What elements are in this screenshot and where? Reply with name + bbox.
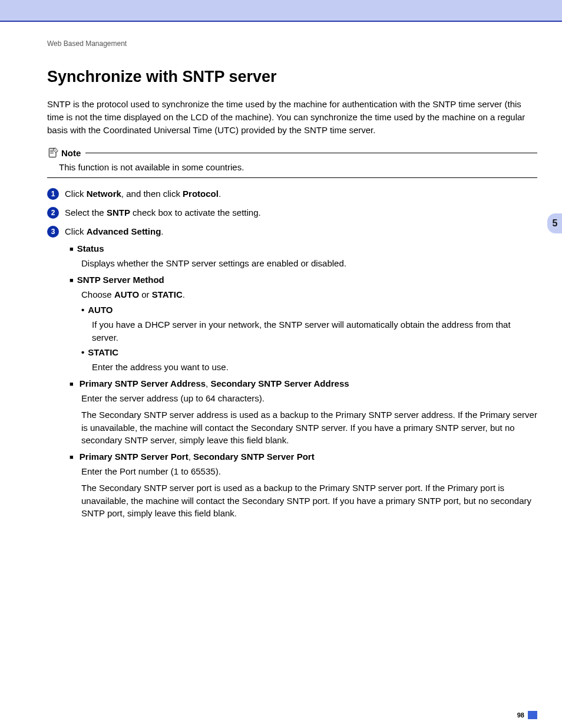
step-bullet-1: 1: [47, 188, 59, 200]
page-title: Synchronize with SNTP server: [47, 68, 537, 86]
opt-static: STATIC Enter the address you want to use…: [81, 347, 537, 374]
note-icon: [47, 147, 59, 159]
bold: Secondary SNTP Server Port: [193, 452, 315, 462]
page-body: Web Based Management Synchronize with SN…: [0, 22, 562, 728]
page-number-value: 98: [517, 711, 524, 719]
heading-status: Status: [70, 243, 537, 253]
heading-static: STATIC: [81, 347, 537, 357]
item-port: Primary SNTP Server Port, Secondary SNTP…: [70, 452, 537, 520]
body-status: Displays whether the SNTP server setting…: [81, 257, 537, 270]
text: .: [219, 189, 221, 199]
text: Click: [65, 226, 87, 236]
body-port-2: The Secondary SNTP server port is used a…: [81, 482, 537, 520]
bold: Primary SNTP Server Address: [80, 378, 206, 388]
item-method: SNTP Server Method Choose AUTO or STATIC…: [70, 275, 537, 374]
text: or: [139, 289, 152, 299]
body-port-1: Enter the Port number (1 to 65535).: [81, 465, 537, 478]
text: , and then click: [121, 189, 183, 199]
enumeration-block: Status Displays whether the SNTP server …: [70, 243, 537, 520]
note-header: Note: [47, 147, 537, 159]
heading-method: SNTP Server Method: [70, 275, 537, 285]
step-2: 2 Select the SNTP check box to activate …: [47, 206, 537, 219]
text: .: [183, 289, 185, 299]
bold: Primary SNTP Server Port: [80, 452, 189, 462]
intro-paragraph: SNTP is the protocol used to synchronize…: [47, 98, 537, 136]
heading-port: Primary SNTP Server Port, Secondary SNTP…: [70, 452, 537, 462]
note-top-rule: [85, 153, 537, 153]
item-address: Primary SNTP Server Address, Secondary S…: [70, 378, 537, 447]
step-1: 1 Click Network, and then click Protocol…: [47, 187, 537, 200]
heading-auto: AUTO: [81, 305, 537, 315]
bold: Advanced Setting: [87, 226, 161, 236]
running-header: Web Based Management: [47, 39, 537, 48]
note-body: This function is not available in some c…: [59, 161, 537, 174]
bold: Network: [87, 189, 121, 199]
bold: AUTO: [114, 289, 139, 299]
step-bullet-2: 2: [47, 207, 59, 219]
body-method: Choose AUTO or STATIC.: [81, 288, 537, 301]
page-number: 98: [517, 710, 537, 720]
step-2-text: Select the SNTP check box to activate th…: [65, 206, 261, 219]
note-label: Note: [61, 148, 81, 158]
bold: Protocol: [183, 189, 219, 199]
bold: SNTP: [107, 207, 130, 218]
bold: Secondary SNTP Server Address: [210, 378, 349, 388]
text: .: [161, 226, 163, 236]
step-3: 3 Click Advanced Setting.: [47, 225, 537, 238]
step-bullet-3: 3: [47, 226, 59, 238]
step-1-text: Click Network, and then click Protocol.: [65, 187, 221, 200]
item-status: Status Displays whether the SNTP server …: [70, 243, 537, 270]
note-bottom-rule: [47, 177, 537, 178]
body-address-2: The Secondary SNTP server address is use…: [81, 409, 537, 447]
body-static: Enter the address you want to use.: [92, 361, 537, 374]
opt-auto: AUTO If you have a DHCP server in your n…: [81, 305, 537, 344]
body-auto: If you have a DHCP server in your networ…: [92, 318, 537, 344]
text: Select the: [65, 207, 107, 218]
text: Choose: [81, 289, 114, 299]
text: Click: [65, 189, 87, 199]
step-3-text: Click Advanced Setting.: [65, 225, 164, 238]
note-block: Note This function is not available in s…: [47, 147, 537, 178]
bold: STATIC: [152, 289, 183, 299]
body-address-1: Enter the server address (up to 64 chara…: [81, 392, 537, 405]
page-number-marker: [528, 711, 537, 719]
chapter-tab: 5: [547, 213, 562, 233]
heading-address: Primary SNTP Server Address, Secondary S…: [70, 378, 537, 388]
text: check box to activate the setting.: [130, 207, 261, 218]
top-accent-bar: [0, 0, 562, 22]
text: ,: [189, 452, 193, 462]
